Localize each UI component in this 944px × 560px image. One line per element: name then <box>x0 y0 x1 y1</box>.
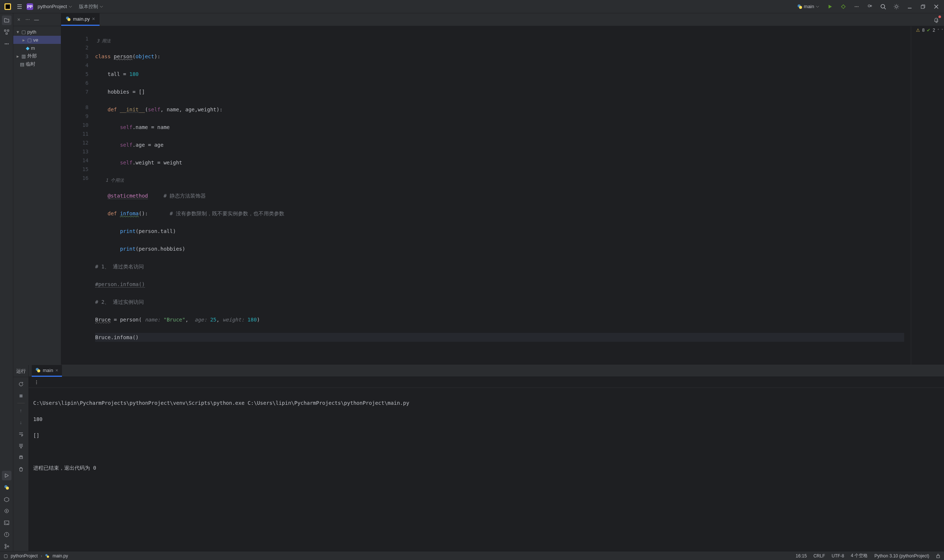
project-name: pythonProject <box>38 4 67 9</box>
tree-file-main[interactable]: ◆ m <box>13 44 61 52</box>
svg-rect-11 <box>921 6 924 8</box>
run-config-dropdown[interactable]: main <box>795 3 822 10</box>
svg-point-44 <box>47 555 49 558</box>
git-icon[interactable] <box>2 542 11 551</box>
python-file-icon <box>797 4 802 9</box>
svg-point-41 <box>36 382 37 382</box>
svg-point-21 <box>6 511 7 512</box>
console-line: 进程已结束，退出代码为 0 <box>33 465 96 471</box>
hamburger-icon[interactable] <box>15 2 24 11</box>
tree-ext-libs[interactable]: ▸ ▥ 外部 <box>13 52 61 60</box>
code-body[interactable]: 3 用法 class person(object): tall = 180 ho… <box>94 26 911 365</box>
rerun-icon[interactable] <box>16 379 26 389</box>
inlay-usages: 3 用法 <box>95 37 911 43</box>
close-run-tab-icon[interactable]: × <box>55 368 58 373</box>
svg-point-6 <box>856 6 857 7</box>
warning-icon[interactable]: ⚠ <box>916 28 920 33</box>
tree-root[interactable]: ▾ ▢ pyth <box>13 28 61 36</box>
svg-point-25 <box>5 547 6 549</box>
vcs-dropdown[interactable]: 版本控制 <box>77 3 105 11</box>
console-opts-icon[interactable] <box>32 377 41 387</box>
minimize-window-icon[interactable] <box>905 2 915 11</box>
console-line: 180 <box>33 416 42 422</box>
up-stack-icon[interactable]: ↑ <box>16 406 26 415</box>
vcs-label: 版本控制 <box>79 3 98 10</box>
more-run-icon[interactable] <box>852 2 861 11</box>
code-editor[interactable]: 1234567 8910111213141516 3 用法 class pers… <box>61 26 944 365</box>
stop-icon[interactable] <box>16 391 26 401</box>
tree-scratch[interactable]: ▤ 临时 <box>13 60 61 68</box>
python-console-icon[interactable] <box>2 483 11 492</box>
project-tool-icon[interactable] <box>2 15 11 25</box>
svg-point-19 <box>6 487 9 489</box>
interpreter[interactable]: Python 3.10 (pythonProject) <box>874 553 929 558</box>
search-icon[interactable] <box>878 2 888 11</box>
tree-opts-icon[interactable] <box>24 16 31 23</box>
python-file-icon <box>35 368 40 373</box>
tree-venv[interactable]: ▸ ▢ ve <box>13 36 61 44</box>
python-file-icon: ◆ <box>26 45 29 51</box>
svg-rect-13 <box>8 30 9 31</box>
svg-point-4 <box>842 5 845 8</box>
svg-point-24 <box>5 544 6 546</box>
project-dropdown[interactable]: pythonProject <box>35 3 74 10</box>
svg-point-7 <box>858 6 859 7</box>
restore-window-icon[interactable] <box>918 2 928 11</box>
scroll-end-icon[interactable] <box>16 441 26 451</box>
close-tab-icon[interactable]: × <box>92 16 95 22</box>
svg-point-5 <box>855 6 856 7</box>
notifications-icon[interactable] <box>932 15 941 25</box>
problems-icon[interactable] <box>2 530 11 539</box>
services-icon[interactable] <box>2 506 11 516</box>
encoding[interactable]: UTF-8 <box>832 553 844 558</box>
svg-rect-1 <box>6 5 10 9</box>
scratch-icon: ▤ <box>20 62 24 67</box>
ok-count: 2 <box>933 28 935 33</box>
prev-highlight-icon[interactable]: ˄ <box>937 28 939 32</box>
line-gutter: 1234567 8910111213141516 <box>61 26 94 365</box>
svg-point-26 <box>8 546 9 547</box>
tab-main-py[interactable]: main.py × <box>61 13 100 26</box>
svg-point-9 <box>881 5 885 8</box>
svg-rect-35 <box>20 394 23 397</box>
collapse-icon[interactable]: — <box>33 16 40 23</box>
warning-count: 8 <box>922 28 925 33</box>
console-output[interactable]: C:\Users\lipin\PycharmProjects\pythonPro… <box>29 388 944 551</box>
down-stack-icon[interactable]: ↓ <box>16 417 26 427</box>
close-window-icon[interactable] <box>932 2 941 11</box>
breadcrumb-project[interactable]: pythonProject <box>11 553 38 558</box>
svg-point-15 <box>5 43 5 44</box>
collaborate-icon[interactable] <box>865 2 875 11</box>
clear-icon[interactable] <box>16 465 26 474</box>
soft-wrap-icon[interactable] <box>16 429 26 439</box>
settings-icon[interactable] <box>892 2 901 11</box>
svg-point-3 <box>799 6 802 9</box>
next-highlight-icon[interactable]: ˅ <box>941 28 943 32</box>
run-toolwin-icon[interactable] <box>2 471 11 480</box>
run-tab-main[interactable]: main × <box>32 365 62 377</box>
project-badge: PP <box>26 3 33 10</box>
hide-tree-icon[interactable] <box>15 16 22 23</box>
lib-icon: ▥ <box>22 54 26 59</box>
run-panel-title: 运行 <box>13 365 28 377</box>
print-icon[interactable] <box>16 453 26 462</box>
debug-button[interactable] <box>839 2 848 11</box>
terminal-icon[interactable] <box>2 518 11 528</box>
check-icon[interactable]: ✔ <box>927 28 930 33</box>
breadcrumb-file[interactable]: main.py <box>52 553 68 558</box>
line-sep[interactable]: CRLF <box>813 553 825 558</box>
run-button[interactable] <box>825 2 835 11</box>
breadcrumb-sep: › <box>40 553 42 558</box>
indent[interactable]: 4 个空格 <box>851 552 868 559</box>
structure-tool-icon[interactable] <box>2 27 11 37</box>
caret-position[interactable]: 16:15 <box>796 553 807 558</box>
folder-icon: ▢ <box>22 29 26 35</box>
inlay-usages: 1 个用法 <box>95 176 911 183</box>
svg-point-16 <box>6 43 7 44</box>
lock-icon[interactable] <box>936 554 940 558</box>
packages-icon[interactable] <box>2 494 11 504</box>
svg-rect-37 <box>20 456 22 457</box>
run-config-name: main <box>804 4 814 9</box>
pycharm-logo-icon[interactable] <box>3 2 12 11</box>
more-tool-icon[interactable] <box>2 39 11 49</box>
